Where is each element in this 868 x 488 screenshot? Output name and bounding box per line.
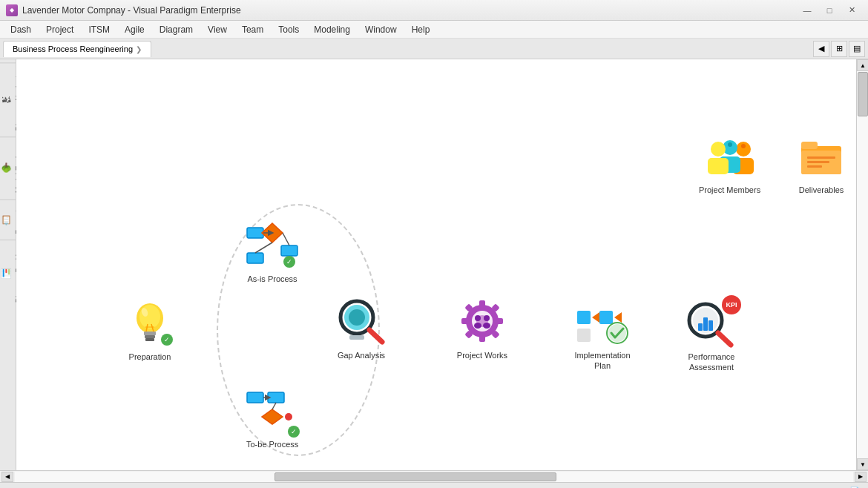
deliverables-icon (795, 130, 847, 182)
svg-rect-40 (461, 318, 469, 324)
diagram-item-performance-assessment[interactable]: KPI Performance Assessment (678, 295, 745, 373)
sidebar-panel-diagram-navigator[interactable]: 🗺 Diagram Navigator (0, 62, 16, 136)
scroll-down-button[interactable]: ▼ (857, 458, 868, 470)
svg-point-49 (483, 323, 490, 329)
sidebar-panel-diagram-backlog[interactable]: 📊 Diagram Backlog (0, 240, 16, 309)
preparation-label: Preparation (129, 352, 171, 362)
sidebar-panel-model-explorer[interactable]: 🌳 Model Explorer (0, 136, 16, 199)
tab-back-icon[interactable]: ◀ (813, 41, 829, 57)
titlebar-controls: — □ ✕ (797, 3, 862, 18)
svg-rect-23 (144, 332, 156, 335)
gap-analysis-icon (335, 295, 387, 347)
scroll-track (857, 71, 868, 458)
diagram-item-implementation-plan[interactable]: Implementation Plan (569, 295, 636, 372)
left-sidebar: 🗺 Diagram Navigator 🌳 Model Explorer 📋 P… (0, 59, 16, 470)
tab-toolbar: ◀ ⊞ ▤ (813, 41, 865, 57)
as-is-check-badge: ✓ (283, 256, 295, 268)
svg-rect-17 (247, 253, 263, 263)
model-explorer-icon: 🌳 (1, 163, 12, 174)
titlebar: ◆ Lavender Motor Compnay - Visual Paradi… (0, 0, 868, 21)
to-be-process-icon: ✓ (246, 384, 298, 436)
menu-team[interactable]: Team (234, 23, 271, 36)
performance-assessment-label: Performance Assessment (678, 352, 745, 373)
menu-tools[interactable]: Tools (271, 23, 306, 36)
scroll-left-button[interactable]: ◀ (1, 472, 13, 482)
bottom-left-icons: ✉ (6, 484, 21, 489)
preparation-check-badge: ✓ (161, 334, 173, 346)
project-members-label: Project Members (699, 185, 760, 195)
tab-layout-icon[interactable]: ▤ (849, 41, 865, 57)
svg-marker-65 (262, 409, 283, 424)
diagram-item-as-is-process[interactable]: ✓ As-is Process (246, 219, 298, 284)
menu-project[interactable]: Project (39, 23, 81, 36)
svg-rect-34 (349, 335, 364, 340)
menu-help[interactable]: Help (404, 23, 438, 36)
canvas-area: Project Members Deliverables (16, 59, 856, 470)
svg-rect-14 (247, 228, 263, 238)
svg-rect-52 (599, 311, 613, 324)
project-works-label: Project Works (457, 350, 507, 360)
close-button[interactable]: ✕ (841, 3, 862, 18)
to-be-process-label: To-be Process (246, 439, 298, 449)
maximize-button[interactable]: □ (819, 3, 840, 18)
diagram-item-project-members[interactable]: Project Members (699, 130, 760, 195)
hscroll-track (15, 472, 853, 482)
svg-marker-51 (592, 312, 599, 323)
tab-arrow-icon: ❯ (136, 45, 142, 53)
right-scrollbar: ▲ ▼ (856, 59, 868, 470)
menu-view[interactable]: View (200, 23, 234, 36)
diagram-item-project-works[interactable]: Project Works (456, 295, 508, 360)
menu-diagram[interactable]: Diagram (152, 23, 200, 36)
svg-rect-60 (703, 317, 708, 331)
scroll-right-button[interactable]: ▶ (855, 472, 867, 482)
main-tab[interactable]: Business Process Reengineering ❯ (3, 41, 151, 57)
diagram-item-preparation[interactable]: ✓ Preparation (124, 297, 176, 362)
kpi-badge: KPI (722, 295, 741, 314)
sidebar-panel-property[interactable]: 📋 Property (0, 200, 16, 240)
tabbar: Business Process Reengineering ❯ ◀ ⊞ ▤ (0, 39, 868, 59)
menu-agile[interactable]: Agile (117, 23, 152, 36)
implementation-plan-icon (576, 295, 628, 347)
as-is-process-icon: ✓ (246, 219, 298, 271)
svg-line-19 (283, 233, 289, 245)
performance-assessment-icon: KPI (682, 295, 741, 349)
scroll-up-button[interactable]: ▲ (857, 59, 868, 71)
svg-point-46 (475, 315, 481, 321)
diagram-item-deliverables[interactable]: Deliverables (795, 130, 847, 195)
page-icon[interactable]: 📄 (847, 484, 862, 489)
diagram-navigator-icon: 🗺 (1, 95, 12, 105)
to-be-check-badge: ✓ (288, 426, 300, 438)
tab-grid-icon[interactable]: ⊞ (831, 41, 847, 57)
svg-rect-54 (577, 329, 591, 342)
svg-rect-24 (145, 335, 155, 338)
deliverables-label: Deliverables (799, 185, 844, 195)
svg-point-32 (349, 309, 365, 326)
tab-label: Business Process Reengineering (13, 44, 133, 53)
menu-modeling[interactable]: Modeling (306, 23, 358, 36)
app-icon: ◆ (6, 4, 18, 16)
hscroll-thumb[interactable] (274, 472, 556, 481)
menu-window[interactable]: Window (358, 23, 404, 36)
svg-rect-64 (268, 392, 284, 403)
as-is-process-label: As-is Process (247, 274, 297, 284)
diagram-backlog-icon: 📊 (1, 269, 12, 280)
bottom-bar: ✉ 📄 (0, 482, 868, 488)
scroll-thumb[interactable] (858, 72, 868, 116)
bottom-scrollbar: ◀ ▶ (0, 470, 868, 482)
svg-point-7 (728, 142, 732, 147)
implementation-plan-label: Implementation Plan (569, 350, 636, 372)
diagram-item-to-be-process[interactable]: ✓ To-be Process (246, 384, 298, 449)
svg-rect-13 (807, 165, 822, 168)
minimize-button[interactable]: — (797, 3, 818, 18)
menu-dash[interactable]: Dash (3, 23, 39, 36)
menu-itsm[interactable]: ITSM (81, 23, 117, 36)
svg-rect-50 (577, 311, 591, 324)
diagram-item-gap-analysis[interactable]: Gap Analysis (335, 295, 387, 360)
svg-rect-9 (801, 142, 818, 149)
svg-line-62 (718, 333, 731, 345)
svg-rect-5 (708, 158, 729, 174)
svg-rect-38 (479, 300, 485, 308)
svg-rect-61 (708, 320, 713, 331)
mail-icon[interactable]: ✉ (6, 484, 21, 489)
svg-line-67 (272, 403, 276, 409)
